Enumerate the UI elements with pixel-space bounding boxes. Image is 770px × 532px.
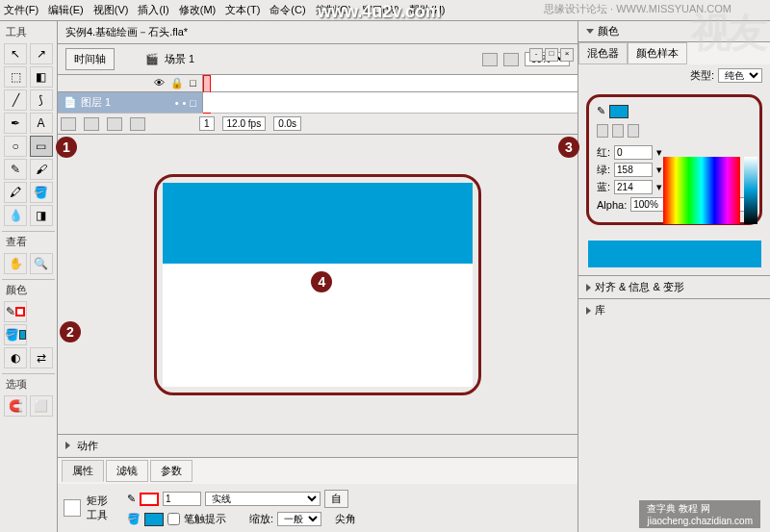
align-panel[interactable]: 对齐 & 信息 & 变形 bbox=[578, 275, 770, 298]
red-input[interactable] bbox=[614, 145, 653, 160]
stroke-hint-checkbox[interactable] bbox=[167, 513, 180, 525]
fill-color-picker[interactable]: 🪣 bbox=[4, 324, 27, 345]
fill-swatch[interactable] bbox=[144, 513, 164, 526]
current-stroke-swatch[interactable] bbox=[609, 105, 629, 118]
stepper-icon[interactable]: ▾ bbox=[656, 146, 662, 159]
zoom-tool[interactable]: 🔍 bbox=[30, 253, 53, 274]
text-tool[interactable]: A bbox=[30, 113, 53, 134]
eraser-tool[interactable]: ◨ bbox=[30, 205, 53, 226]
scale-label: 缩放: bbox=[249, 512, 273, 526]
delete-layer-icon[interactable] bbox=[130, 117, 145, 131]
document-tab[interactable]: 实例4.基础绘画－石头.fla* bbox=[58, 21, 578, 44]
free-transform-tool[interactable]: ⬚ bbox=[4, 66, 27, 88]
nocolor-icon[interactable] bbox=[612, 124, 624, 138]
pencil-icon: ✎ bbox=[127, 493, 136, 505]
brightness-bar[interactable] bbox=[744, 157, 757, 224]
drawn-rectangle[interactable] bbox=[163, 183, 473, 265]
stepper-icon[interactable]: ▾ bbox=[656, 164, 662, 176]
subselection-tool[interactable]: ↗ bbox=[30, 43, 53, 64]
menu-file[interactable]: 文件(F) bbox=[4, 3, 38, 17]
rect-settings[interactable]: ⬜ bbox=[30, 395, 53, 417]
blue-label: 蓝: bbox=[597, 180, 610, 194]
stroke-style-select[interactable]: 实线 bbox=[205, 492, 321, 506]
menu-modify[interactable]: 修改(M) bbox=[179, 3, 217, 17]
stroke-weight[interactable] bbox=[163, 492, 201, 506]
layer-row[interactable]: 📄 图层 1 • • □ bbox=[58, 92, 202, 113]
menu-command[interactable]: 命令(C) bbox=[270, 3, 305, 17]
outline-icon[interactable]: □ bbox=[190, 77, 196, 89]
snap-option[interactable]: 🧲 bbox=[4, 395, 27, 417]
lasso-tool[interactable]: ⟆ bbox=[30, 89, 53, 111]
tab-swatches[interactable]: 颜色样本 bbox=[628, 42, 687, 64]
hand-tool[interactable]: ✋ bbox=[4, 253, 27, 274]
line-tool[interactable]: ╱ bbox=[4, 89, 27, 111]
menu-insert[interactable]: 插入(I) bbox=[138, 3, 168, 17]
frame-ruler[interactable] bbox=[202, 75, 578, 92]
pencil-tool[interactable]: ✎ bbox=[4, 159, 27, 180]
current-frame: 1 bbox=[199, 116, 215, 131]
color-preview bbox=[588, 241, 761, 267]
tab-properties[interactable]: 属性 bbox=[62, 460, 104, 482]
stepper-icon[interactable]: ▾ bbox=[656, 181, 662, 193]
toolbox-panel: 工具 ↖ ↗ ⬚ ◧ ╱ ⟆ ✒ A ○ ▭ ✎ 🖌 🖍 🪣 💧 ◨ 查看 ✋ … bbox=[0, 21, 58, 532]
swap-icon[interactable] bbox=[628, 124, 639, 138]
layer-icon: 📄 bbox=[64, 96, 77, 109]
bw-colors[interactable]: ◐ bbox=[4, 347, 27, 368]
scene-icon: 🎬 bbox=[145, 53, 159, 65]
type-label: 类型: bbox=[690, 68, 714, 83]
add-folder-icon[interactable] bbox=[107, 117, 122, 131]
selection-tool[interactable]: ↖ bbox=[4, 43, 27, 64]
edit-scene-icon[interactable] bbox=[482, 53, 498, 66]
pen-tool[interactable]: ✒ bbox=[4, 113, 27, 134]
brush-tool[interactable]: 🖌 bbox=[30, 159, 53, 180]
custom-stroke-button[interactable]: 自 bbox=[324, 490, 348, 508]
oval-tool[interactable]: ○ bbox=[4, 136, 27, 157]
scale-select[interactable]: 一般 bbox=[277, 512, 321, 526]
add-guide-layer-icon[interactable] bbox=[84, 117, 99, 131]
tab-filters[interactable]: 滤镜 bbox=[106, 460, 148, 482]
stroke-color-picker[interactable]: ✎ bbox=[4, 301, 27, 322]
maximize-button[interactable]: □ bbox=[545, 48, 558, 62]
bw-icon[interactable] bbox=[597, 124, 608, 138]
color-spectrum[interactable] bbox=[663, 157, 740, 224]
rectangle-tool[interactable]: ▭ bbox=[30, 136, 53, 157]
blue-input[interactable] bbox=[614, 180, 653, 194]
shape-icon bbox=[64, 499, 81, 517]
edit-symbols-icon[interactable] bbox=[503, 53, 519, 66]
menu-text[interactable]: 文本(T) bbox=[225, 3, 260, 17]
swap-colors[interactable]: ⇄ bbox=[30, 347, 53, 368]
close-button[interactable]: × bbox=[560, 48, 574, 62]
toolbox-title: 工具 bbox=[6, 25, 51, 39]
eyedropper-tool[interactable]: 💧 bbox=[4, 205, 27, 226]
menu-edit[interactable]: 编辑(E) bbox=[48, 3, 84, 17]
type-select[interactable]: 纯色 bbox=[718, 68, 762, 83]
frames-area[interactable] bbox=[202, 92, 578, 113]
lock-icon[interactable]: 🔒 bbox=[170, 77, 184, 89]
annotation-border: 4 bbox=[154, 174, 481, 395]
tab-mixer[interactable]: 混色器 bbox=[578, 42, 628, 64]
timeline-button[interactable]: 时间轴 bbox=[65, 48, 115, 70]
tab-params[interactable]: 参数 bbox=[150, 460, 192, 482]
show-hide-icon[interactable]: 👁 bbox=[154, 77, 165, 89]
add-layer-icon[interactable] bbox=[61, 117, 76, 131]
minimize-button[interactable]: - bbox=[529, 48, 543, 62]
paint-bucket-tool[interactable]: 🪣 bbox=[30, 182, 53, 203]
badge-3: 3 bbox=[558, 137, 579, 158]
ink-bottle-tool[interactable]: 🖍 bbox=[4, 182, 27, 203]
scene-name[interactable]: 场景 1 bbox=[165, 52, 194, 66]
library-panel[interactable]: 库 bbox=[578, 298, 770, 321]
green-input[interactable] bbox=[614, 163, 653, 177]
stroke-hint-label: 笔触提示 bbox=[184, 512, 226, 526]
layer-visible-dot[interactable]: • bbox=[175, 97, 179, 109]
stroke-picker-icon[interactable]: ✎ bbox=[597, 105, 605, 118]
actions-title: 动作 bbox=[77, 440, 98, 451]
bucket-icon: 🪣 bbox=[127, 513, 141, 525]
layer-name: 图层 1 bbox=[81, 95, 111, 110]
gradient-transform-tool[interactable]: ◧ bbox=[30, 66, 53, 88]
menu-view[interactable]: 视图(V) bbox=[93, 3, 129, 17]
actions-panel[interactable]: 动作 bbox=[58, 434, 578, 457]
expand-icon bbox=[586, 307, 591, 315]
stroke-swatch[interactable] bbox=[140, 493, 159, 506]
layer-outline-box[interactable]: □ bbox=[190, 97, 196, 109]
layer-lock-dot[interactable]: • bbox=[182, 97, 186, 109]
